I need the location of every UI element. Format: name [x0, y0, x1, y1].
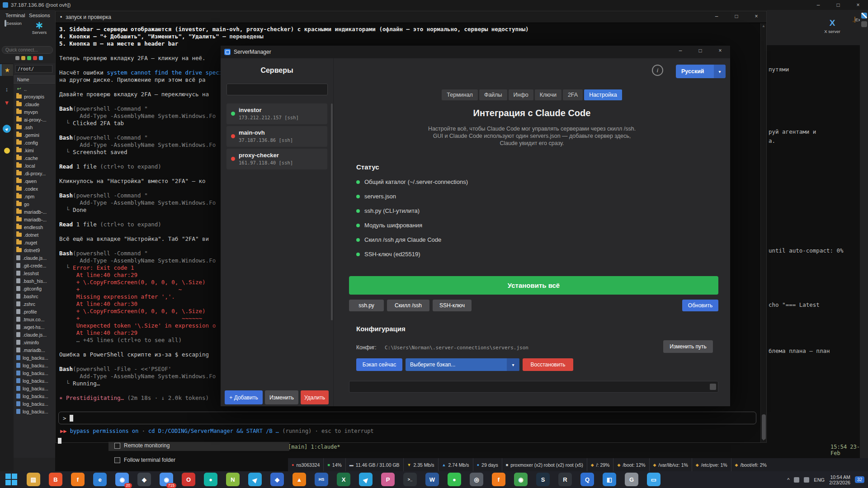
volume-icon[interactable]	[804, 477, 809, 483]
add-server-button[interactable]: + Добавить	[225, 390, 263, 404]
server-item[interactable]: proxy-checker161.97.118.40 [ssh]	[226, 149, 327, 169]
file-tree-item[interactable]: .kimi	[14, 146, 55, 154]
taskbar-remote-desktop-icon[interactable]: ▭	[647, 473, 660, 486]
download-tab[interactable]: ▼	[0, 97, 13, 108]
file-tree-item[interactable]: endlessh	[14, 223, 55, 231]
restore-button[interactable]: Восстановить	[523, 358, 573, 371]
tab-Ключи[interactable]: Ключи	[535, 89, 561, 100]
panel-icon[interactable]	[861, 21, 867, 27]
telegram-shortcut[interactable]: ▶	[0, 123, 13, 135]
file-tree-item[interactable]: log_backu...	[14, 361, 55, 369]
follow-terminal-folder-checkbox[interactable]	[114, 457, 120, 463]
file-tree-header[interactable]: Name	[14, 75, 55, 84]
backup-now-button[interactable]: Бэкап сейчас	[356, 358, 402, 371]
terminal-titlebar[interactable]: • запуск и проверка – □ ×	[56, 11, 766, 23]
taskbar-vlc-player-icon[interactable]: ▲	[292, 473, 306, 486]
file-tree-item[interactable]: .claude.js...	[14, 331, 55, 338]
taskbar-notepad-plus-icon[interactable]: N	[226, 473, 240, 486]
file-tree-item[interactable]: .qwen	[14, 177, 55, 185]
file-tree-item[interactable]: log_backu...	[14, 377, 55, 385]
favorites-tab[interactable]: ★	[0, 64, 13, 76]
tool-icon[interactable]	[21, 56, 25, 60]
file-tree-item[interactable]: log_backu...	[14, 385, 55, 392]
change-path-button[interactable]: Изменить путь	[663, 340, 713, 353]
edit-server-button[interactable]: Изменить	[265, 390, 298, 404]
taskbar-gimp-icon[interactable]: G	[625, 473, 638, 486]
tool-icon[interactable]	[15, 56, 19, 60]
file-tree-item[interactable]: .profile	[14, 308, 55, 315]
sidebar-scrollbar[interactable]	[331, 103, 333, 320]
file-tree-item[interactable]: ai-proxy-...	[14, 116, 55, 123]
file-tree-item[interactable]: .bashrc	[14, 292, 55, 300]
tab-2FA[interactable]: 2FA	[563, 89, 583, 100]
file-tree-item[interactable]: .local	[14, 162, 55, 169]
network-icon[interactable]	[794, 477, 799, 483]
sm-minimize-button[interactable]: –	[670, 46, 690, 58]
taskbar-firefox-2-icon[interactable]: f	[492, 473, 505, 486]
sm-maximize-button[interactable]: □	[690, 46, 710, 58]
tray-expand-icon[interactable]: ^	[787, 477, 789, 483]
taskbar-rider-ide-icon[interactable]: R	[558, 473, 572, 486]
tool-icon[interactable]	[27, 56, 31, 60]
tool-icon[interactable]	[39, 56, 43, 60]
taskbar-quick-look-icon[interactable]: Q	[580, 473, 594, 486]
file-tree-item[interactable]: .claude.js...	[14, 254, 55, 262]
tab-Инфо[interactable]: Инфо	[509, 89, 533, 100]
file-tree-item[interactable]: .wget-hs...	[14, 323, 55, 331]
x-server-button[interactable]: X X server	[820, 17, 844, 34]
taskbar-whatsapp-icon[interactable]: ●	[448, 473, 461, 486]
server-item[interactable]: investor173.212.212.157 [ssh]	[226, 103, 327, 124]
file-tree-item[interactable]: myvpn	[14, 108, 55, 116]
taskbar-chrome-profile-1-icon[interactable]: ◉20	[115, 473, 129, 486]
file-tree-item[interactable]: .config	[14, 139, 55, 146]
rdp-maximize-button[interactable]: □	[828, 0, 848, 10]
menu-sessions[interactable]: Sessions	[29, 13, 50, 18]
transfer-tab[interactable]: ↕	[0, 83, 13, 95]
input-language-indicator[interactable]: ENG	[814, 477, 825, 483]
server-item[interactable]: main-ovh37.187.136.86 [ssh]	[226, 126, 327, 147]
taskbar-telegram-icon[interactable]: ▶	[248, 473, 262, 486]
taskbar-chrome-profile-2-icon[interactable]: ◉715	[160, 473, 173, 486]
file-tree-item[interactable]: go	[14, 200, 55, 208]
taskbar-torrent-client-icon[interactable]: ◆	[270, 473, 284, 486]
taskbar-opera-browser-icon[interactable]: O	[182, 473, 195, 486]
refresh-button[interactable]: Обновить	[682, 300, 718, 311]
file-tree-item[interactable]: .bash_his...	[14, 277, 55, 285]
path-input[interactable]	[15, 65, 52, 73]
taskbar-clock[interactable]: 10:54 AM 2/23/2026	[829, 474, 850, 485]
taskbar-edge-browser-icon[interactable]: e	[93, 473, 107, 486]
ball-shortcut[interactable]	[0, 145, 13, 156]
remote-monitoring-checkbox[interactable]	[114, 443, 120, 449]
taskbar-telegram-2-icon[interactable]: ▶	[359, 473, 373, 486]
file-tree-item[interactable]: proxyapis	[14, 93, 55, 100]
taskbar-steam-icon[interactable]: S	[536, 473, 550, 486]
file-tree-item[interactable]: .git-crede...	[14, 262, 55, 269]
scrollbar-thumb[interactable]	[762, 414, 766, 440]
start-button[interactable]	[5, 473, 18, 486]
rdp-close-button[interactable]: ×	[848, 0, 868, 10]
file-tree-item[interactable]: .di-proxy...	[14, 169, 55, 177]
file-tree-item[interactable]: log_backu...	[14, 408, 55, 415]
file-tree-item[interactable]: .mariadb...	[14, 346, 55, 354]
taskbar-file-explorer-icon[interactable]: ▤	[27, 473, 40, 486]
file-tree-item[interactable]: .ssh	[14, 123, 55, 131]
file-tree-item[interactable]: .viminfo	[14, 338, 55, 346]
servers-button[interactable]: ∗ Servers	[27, 21, 52, 35]
server-search-input[interactable]	[226, 84, 328, 95]
taskbar-brave-browser-icon[interactable]: B	[49, 473, 62, 486]
file-tree-item[interactable]: ..	[14, 85, 55, 93]
terminal-scrollbar[interactable]: ▲ ▼	[760, 23, 766, 442]
file-tree-item[interactable]: .claude	[14, 100, 55, 108]
quick-connect-input[interactable]	[2, 46, 53, 54]
tab-Файлы[interactable]: Файлы	[479, 89, 507, 100]
file-tree-item[interactable]: .npm	[14, 192, 55, 200]
file-tree-item[interactable]: .gitconfig	[14, 285, 55, 292]
taskbar-obs-studio-icon[interactable]: ◎	[470, 473, 483, 486]
file-tree-item[interactable]: mariadb-...	[14, 208, 55, 216]
menu-terminal[interactable]: Terminal	[5, 13, 25, 18]
log-output-box[interactable]	[349, 381, 718, 393]
file-tree-item[interactable]: .nuget	[14, 239, 55, 246]
file-tree-item[interactable]: dotnet9	[14, 246, 55, 254]
file-tree-item[interactable]: mariadb-...	[14, 216, 55, 223]
rdp-minimize-button[interactable]: –	[808, 0, 828, 10]
